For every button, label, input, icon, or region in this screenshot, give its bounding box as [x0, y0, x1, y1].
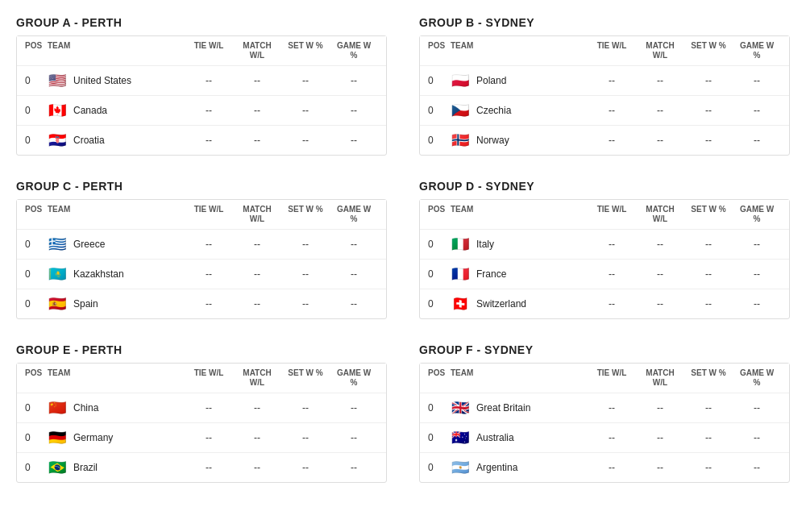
team-cell: 🇧🇷Brazil	[48, 461, 185, 474]
team-name: Czechia	[476, 105, 511, 116]
team-name: Norway	[476, 135, 509, 146]
stat-tie: --	[185, 298, 233, 310]
stat-match: --	[636, 462, 684, 473]
stat-match: --	[233, 135, 281, 146]
group-e-table: POSTEAMTIE W/LMATCHW/LSET W %GAME W%0🇨🇳C…	[16, 363, 387, 483]
team-cell: 🇪🇸Spain	[48, 297, 185, 310]
stat-game: --	[330, 462, 378, 473]
stat-game: --	[330, 75, 378, 86]
team-name: United States	[73, 75, 131, 86]
team-name: Kazakhstan	[73, 268, 124, 280]
header-match: MATCHW/L	[636, 368, 684, 388]
team-name: Switzerland	[476, 298, 526, 310]
header-tie: TIE W/L	[588, 205, 636, 224]
header-tie: TIE W/L	[588, 41, 636, 60]
header-game: GAME W%	[330, 368, 378, 388]
team-name: Great Britain	[476, 402, 530, 414]
stat-set: --	[281, 462, 330, 473]
stat-tie: --	[588, 432, 636, 443]
header-pos: POS	[428, 205, 451, 224]
stat-tie: --	[185, 105, 233, 116]
stat-set: --	[684, 135, 733, 146]
table-header: POSTEAMTIE W/LMATCHW/LSET W %GAME W%	[17, 36, 386, 66]
table-header: POSTEAMTIE W/LMATCHW/LSET W %GAME W%	[17, 364, 386, 393]
team-name: Argentina	[476, 462, 517, 473]
team-flag: 🇵🇱	[451, 74, 470, 87]
table-row: 0🇩🇪Germany--------	[17, 423, 386, 453]
header-set: SET W %	[684, 368, 733, 388]
stat-set: --	[281, 135, 330, 146]
table-row: 0🇺🇸United States--------	[17, 66, 386, 96]
header-match: MATCHW/L	[233, 368, 281, 388]
team-pos: 0	[25, 268, 48, 280]
stat-tie: --	[185, 462, 233, 473]
stat-set: --	[281, 402, 330, 414]
table-row: 0🇵🇱Poland--------	[420, 66, 789, 96]
stat-tie: --	[185, 239, 233, 250]
group-c-title: GROUP C - PERTH	[16, 180, 387, 193]
team-pos: 0	[428, 135, 451, 146]
team-name: Germany	[73, 432, 113, 443]
team-flag: 🇩🇪	[48, 431, 67, 444]
stat-match: --	[636, 268, 684, 280]
stat-game: --	[733, 432, 781, 443]
header-tie: TIE W/L	[588, 368, 636, 388]
header-set: SET W %	[684, 205, 733, 224]
table-row: 0🇧🇷Brazil--------	[17, 453, 386, 482]
team-cell: 🇨🇿Czechia	[451, 104, 588, 117]
team-cell: 🇫🇷France	[451, 268, 588, 281]
stat-game: --	[330, 402, 378, 414]
group-a-table: POSTEAMTIE W/LMATCHW/LSET W %GAME W%0🇺🇸U…	[16, 35, 387, 156]
stat-tie: --	[588, 462, 636, 473]
team-pos: 0	[25, 135, 48, 146]
table-row: 0🇮🇹Italy--------	[420, 230, 789, 260]
stat-set: --	[281, 432, 330, 443]
stat-game: --	[733, 402, 781, 414]
group-f-table: POSTEAMTIE W/LMATCHW/LSET W %GAME W%0🇬🇧G…	[419, 363, 790, 483]
team-flag: 🇧🇷	[48, 461, 67, 474]
stat-tie: --	[185, 75, 233, 86]
table-header: POSTEAMTIE W/LMATCHW/LSET W %GAME W%	[17, 200, 386, 230]
stat-match: --	[233, 432, 281, 443]
team-name: Greece	[73, 239, 105, 250]
stat-game: --	[733, 268, 781, 280]
team-name: Canada	[73, 105, 107, 116]
group-c: GROUP C - PERTHPOSTEAMTIE W/LMATCHW/LSET…	[16, 180, 387, 319]
team-cell: 🇦🇷Argentina	[451, 461, 588, 474]
table-row: 0🇨🇿Czechia--------	[420, 96, 789, 126]
team-cell: 🇮🇹Italy	[451, 238, 588, 251]
stat-tie: --	[588, 402, 636, 414]
header-tie: TIE W/L	[185, 205, 233, 224]
team-cell: 🇳🇴Norway	[451, 134, 588, 147]
team-name: Australia	[476, 432, 514, 443]
header-tie: TIE W/L	[185, 41, 233, 60]
stat-set: --	[281, 105, 330, 116]
group-d: GROUP D - SYDNEYPOSTEAMTIE W/LMATCHW/LSE…	[419, 180, 790, 319]
stat-match: --	[233, 105, 281, 116]
team-pos: 0	[428, 462, 451, 473]
stat-tie: --	[588, 135, 636, 146]
stat-tie: --	[588, 105, 636, 116]
team-flag: 🇦🇺	[451, 431, 470, 444]
team-pos: 0	[428, 268, 451, 280]
team-cell: 🇵🇱Poland	[451, 74, 588, 87]
stat-match: --	[636, 105, 684, 116]
table-row: 0🇨🇦Canada--------	[17, 96, 386, 126]
stat-match: --	[636, 432, 684, 443]
stat-tie: --	[185, 432, 233, 443]
header-game: GAME W%	[733, 205, 781, 224]
team-pos: 0	[428, 432, 451, 443]
table-header: POSTEAMTIE W/LMATCHW/LSET W %GAME W%	[420, 200, 789, 230]
header-game: GAME W%	[330, 41, 378, 60]
team-pos: 0	[428, 298, 451, 310]
table-row: 0🇬🇧Great Britain--------	[420, 393, 789, 423]
group-b: GROUP B - SYDNEYPOSTEAMTIE W/LMATCHW/LSE…	[419, 16, 790, 156]
team-flag: 🇬🇧	[451, 401, 470, 414]
group-a-title: GROUP A - PERTH	[16, 16, 387, 29]
stat-match: --	[233, 268, 281, 280]
header-match: MATCHW/L	[233, 41, 281, 60]
team-name: China	[73, 402, 98, 414]
team-name: Brazil	[73, 462, 98, 473]
stat-set: --	[684, 239, 733, 250]
header-game: GAME W%	[733, 41, 781, 60]
